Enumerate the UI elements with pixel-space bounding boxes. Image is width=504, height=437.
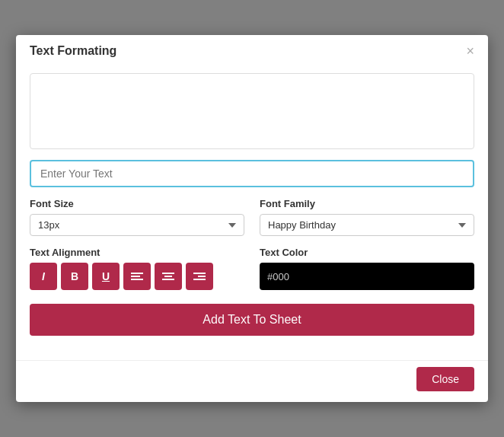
modal-body: Font Size 13px 10px 11px 12px 14px 16px … (16, 65, 488, 360)
italic-button[interactable]: I (30, 263, 57, 290)
text-alignment-label: Text Alignment (30, 247, 244, 258)
underline-icon: U (102, 270, 110, 282)
text-preview-area (30, 73, 474, 149)
modal-dialog: Text Formating × Font Size 13px 10px 11p… (16, 35, 488, 402)
close-button[interactable]: Close (416, 367, 474, 391)
align-left-icon (131, 273, 143, 280)
text-color-group: Text Color #000 (260, 247, 474, 290)
font-size-group: Font Size 13px 10px 11px 12px 14px 16px … (30, 198, 244, 236)
modal-close-x-button[interactable]: × (466, 44, 474, 58)
font-options-row: Font Size 13px 10px 11px 12px 14px 16px … (30, 198, 474, 236)
color-picker-box[interactable]: #000 (260, 263, 474, 290)
font-size-select[interactable]: 13px 10px 11px 12px 14px 16px 18px 20px (30, 214, 244, 236)
modal-footer: Close (16, 360, 488, 402)
align-center-icon (162, 273, 174, 280)
alignment-color-row: Text Alignment I B U (30, 247, 474, 290)
italic-icon: I (42, 270, 45, 282)
font-size-label: Font Size (30, 198, 244, 209)
text-input[interactable] (30, 160, 474, 187)
underline-button[interactable]: U (92, 263, 120, 290)
bold-icon: B (71, 270, 78, 282)
bold-button[interactable]: B (61, 263, 88, 290)
text-alignment-group: Text Alignment I B U (30, 247, 244, 290)
font-family-label: Font Family (260, 198, 474, 209)
align-right-button[interactable] (186, 263, 213, 290)
align-left-button[interactable] (123, 263, 151, 290)
align-right-icon (193, 273, 206, 280)
font-family-group: Font Family Happy Birthday Arial Times N… (260, 198, 474, 236)
align-center-button[interactable] (155, 263, 182, 290)
add-text-to-sheet-button[interactable]: Add Text To Sheet (30, 304, 474, 336)
color-value: #000 (267, 271, 289, 282)
font-family-select[interactable]: Happy Birthday Arial Times New Roman Cou… (260, 214, 474, 236)
modal-title: Text Formating (30, 44, 116, 58)
alignment-buttons-container: I B U (30, 263, 244, 290)
text-color-label: Text Color (260, 247, 474, 258)
modal-header: Text Formating × (16, 35, 488, 65)
